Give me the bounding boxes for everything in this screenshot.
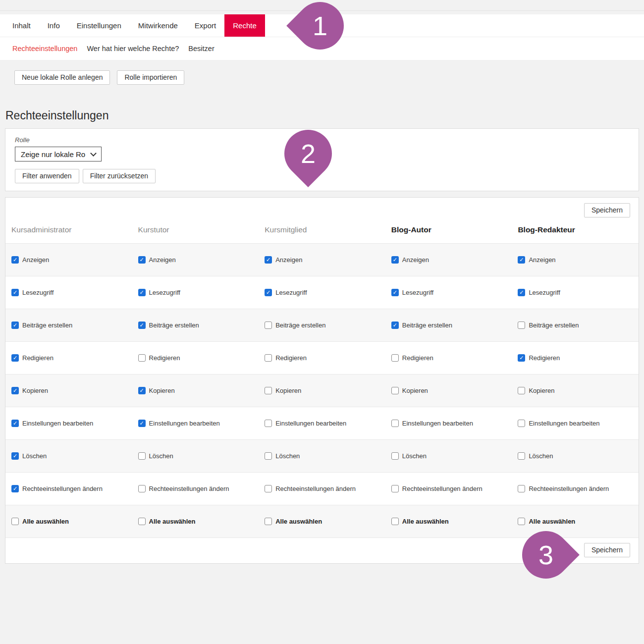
checkbox-beitraege-erstellen-blog-autor[interactable] <box>391 322 399 329</box>
subtab-besitzer[interactable]: Besitzer <box>188 45 214 53</box>
role-filter-select[interactable]: Zeige nur lokale Ro <box>15 147 102 161</box>
checkbox-einstellungen-bearbeiten-kursmitglied[interactable] <box>265 420 272 427</box>
checkbox-label: Löschen <box>149 452 173 460</box>
checkbox-label: Rechteeinstellungen ändern <box>149 485 229 492</box>
checkbox-kopieren-blog-autor[interactable] <box>391 387 399 394</box>
permission-row-lesezugriff: LesezugriffLesezugriffLesezugriffLesezug… <box>5 276 639 309</box>
checkbox-kopieren-kursmitglied[interactable] <box>265 387 272 394</box>
tab-mitwirkende[interactable]: Mitwirkende <box>130 14 186 37</box>
checkbox-redigieren-kurstutor[interactable] <box>138 354 146 362</box>
tab-rechte[interactable]: Rechte <box>224 14 265 37</box>
permission-cell: Kopieren <box>512 387 639 394</box>
checkbox-label: Rechteeinstellungen ändern <box>22 485 103 492</box>
checkbox-kopieren-kurstutor[interactable] <box>138 387 146 394</box>
tab-einstellungen[interactable]: Einstellungen <box>68 14 130 37</box>
permission-cell: Anzeigen <box>512 256 639 264</box>
permission-cell: Anzeigen <box>132 256 259 264</box>
checkbox-loeschen-blog-autor[interactable] <box>391 452 399 460</box>
permission-cell: Beiträge erstellen <box>132 322 259 329</box>
subtab-wer-hat-hier-welche-rechte[interactable]: Wer hat hier welche Rechte? <box>87 45 179 53</box>
checkbox-label: Einstellungen bearbeiten <box>529 420 599 427</box>
checkbox-redigieren-kursmitglied[interactable] <box>265 354 272 362</box>
checkbox-label: Beiträge erstellen <box>149 322 199 329</box>
checkbox-alle-auswaehlen-kurstutor[interactable] <box>138 518 146 525</box>
import-role-button[interactable]: Rolle importieren <box>117 70 184 85</box>
checkbox-rechteeinstellungen-aendern-kursmitglied[interactable] <box>265 485 272 492</box>
save-button-bottom[interactable]: Speichern <box>584 543 630 557</box>
filter-reset-button[interactable]: Filter zurücksetzen <box>83 169 156 183</box>
checkbox-einstellungen-bearbeiten-kurstutor[interactable] <box>138 420 146 427</box>
checkbox-kopieren-blog-redakteur[interactable] <box>518 387 525 394</box>
checkbox-redigieren-kursadministrator[interactable] <box>11 354 19 362</box>
checkbox-anzeigen-kursadministrator[interactable] <box>11 256 19 264</box>
checkbox-rechteeinstellungen-aendern-kursadministrator[interactable] <box>11 485 19 492</box>
checkbox-einstellungen-bearbeiten-kursadministrator[interactable] <box>11 420 19 427</box>
checkbox-alle-auswaehlen-blog-redakteur[interactable] <box>518 518 525 525</box>
tab-export[interactable]: Export <box>186 14 224 37</box>
checkbox-beitraege-erstellen-kursadministrator[interactable] <box>11 322 19 329</box>
permission-cell: Beiträge erstellen <box>5 322 132 329</box>
permission-cell: Lesezugriff <box>5 289 132 296</box>
tab-inhalt[interactable]: Inhalt <box>4 14 39 37</box>
checkbox-lesezugriff-blog-redakteur[interactable] <box>518 289 525 296</box>
checkbox-label: Beiträge erstellen <box>402 322 452 329</box>
permission-cell: Beiträge erstellen <box>385 322 512 329</box>
checkbox-einstellungen-bearbeiten-blog-redakteur[interactable] <box>518 420 525 427</box>
checkbox-label: Kopieren <box>529 387 554 394</box>
checkbox-kopieren-kursadministrator[interactable] <box>11 387 19 394</box>
checkbox-rechteeinstellungen-aendern-blog-autor[interactable] <box>391 485 399 492</box>
tab-info[interactable]: Info <box>39 14 68 37</box>
checkbox-anzeigen-blog-autor[interactable] <box>391 256 399 264</box>
permission-cell: Rechteeinstellungen ändern <box>132 485 259 492</box>
checkbox-rechteeinstellungen-aendern-blog-redakteur[interactable] <box>518 485 525 492</box>
checkbox-anzeigen-blog-redakteur[interactable] <box>518 256 525 264</box>
checkbox-loeschen-blog-redakteur[interactable] <box>518 452 525 460</box>
permission-cell: Löschen <box>512 452 639 460</box>
checkbox-label: Anzeigen <box>22 256 49 264</box>
checkbox-alle-auswaehlen-kursmitglied[interactable] <box>265 518 272 525</box>
checkbox-beitraege-erstellen-blog-redakteur[interactable] <box>518 322 525 329</box>
checkbox-label: Kopieren <box>22 387 48 394</box>
checkbox-rechteeinstellungen-aendern-kurstutor[interactable] <box>138 485 146 492</box>
checkbox-anzeigen-kursmitglied[interactable] <box>265 256 272 264</box>
checkbox-label: Rechteeinstellungen ändern <box>275 485 356 492</box>
checkbox-lesezugriff-kurstutor[interactable] <box>138 289 146 296</box>
checkbox-lesezugriff-kursmitglied[interactable] <box>265 289 272 296</box>
checkbox-alle-auswaehlen-kursadministrator[interactable] <box>11 518 19 525</box>
permission-cell: Kopieren <box>259 387 385 394</box>
checkbox-redigieren-blog-redakteur[interactable] <box>518 354 525 362</box>
permission-row-anzeigen: AnzeigenAnzeigenAnzeigenAnzeigenAnzeigen <box>5 243 639 276</box>
checkbox-anzeigen-kurstutor[interactable] <box>138 256 146 264</box>
permission-cell: Redigieren <box>512 354 639 362</box>
permission-cell: Löschen <box>259 452 385 460</box>
checkbox-alle-auswaehlen-blog-autor[interactable] <box>391 518 399 525</box>
checkbox-label: Kopieren <box>275 387 301 394</box>
checkbox-lesezugriff-blog-autor[interactable] <box>391 289 399 296</box>
checkbox-label: Löschen <box>22 452 47 460</box>
checkbox-label: Anzeigen <box>149 256 176 264</box>
subtab-rechteeinstellungen[interactable]: Rechteeinstellungen <box>12 45 77 53</box>
checkbox-lesezugriff-kursadministrator[interactable] <box>11 289 19 296</box>
filter-apply-button[interactable]: Filter anwenden <box>15 169 79 183</box>
column-header-kursadministrator: Kursadministrator <box>5 225 132 234</box>
checkbox-einstellungen-bearbeiten-blog-autor[interactable] <box>391 420 399 427</box>
checkbox-beitraege-erstellen-kurstutor[interactable] <box>138 322 146 329</box>
save-button-top[interactable]: Speichern <box>584 203 630 217</box>
checkbox-loeschen-kurstutor[interactable] <box>138 452 146 460</box>
checkbox-loeschen-kursadministrator[interactable] <box>11 452 19 460</box>
column-header-kursmitglied: Kursmitglied <box>259 225 385 234</box>
checkbox-label: Löschen <box>402 452 427 460</box>
checkbox-label: Rechteeinstellungen ändern <box>402 485 483 492</box>
checkbox-label: Redigieren <box>529 354 560 362</box>
checkbox-beitraege-erstellen-kursmitglied[interactable] <box>265 322 272 329</box>
permission-cell: Einstellungen bearbeiten <box>5 420 132 427</box>
permission-cell: Beiträge erstellen <box>512 322 639 329</box>
role-actions: Neue lokale Rolle anlegen Rolle importie… <box>14 70 644 85</box>
permission-row-loeschen: LöschenLöschenLöschenLöschenLöschen <box>5 439 639 472</box>
checkbox-label: Redigieren <box>149 354 180 362</box>
checkbox-redigieren-blog-autor[interactable] <box>391 354 399 362</box>
checkbox-label: Kopieren <box>149 387 175 394</box>
checkbox-loeschen-kursmitglied[interactable] <box>265 452 272 460</box>
new-local-role-button[interactable]: Neue lokale Rolle anlegen <box>14 70 110 85</box>
checkbox-label: Redigieren <box>402 354 433 362</box>
